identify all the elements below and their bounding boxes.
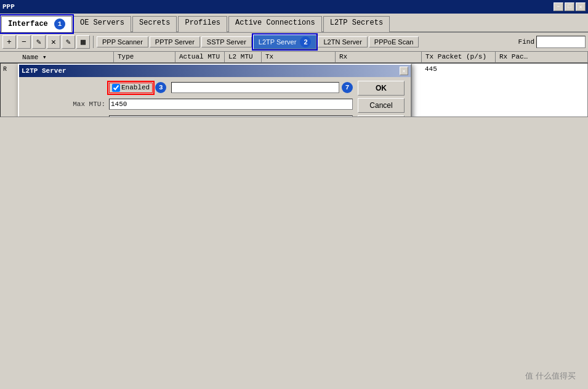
max-mtu-container [109,99,353,110]
col-l2-mtu[interactable]: L2 MTU [225,52,262,62]
window-controls: – □ ✕ [554,2,586,11]
max-mtu-input[interactable] [109,99,353,110]
cell-tx-packet: 445 [425,65,499,73]
comment-button[interactable]: ✎ [62,35,75,49]
badge-7: 7 [342,82,353,93]
find-label: Find [518,38,534,46]
ppp-scanner-button[interactable]: PPP Scanner [97,36,148,47]
badge-2: 2 [300,36,311,47]
title-bar: PPP – □ ✕ [0,0,588,14]
filter-button[interactable]: ▦ [76,35,90,49]
enabled-checkbox[interactable] [112,84,120,92]
badge-3: 3 [155,82,166,93]
sstp-server-button[interactable]: SSTP Server [201,36,252,47]
tab-l2tp-secrets[interactable]: L2TP Secrets [323,16,390,32]
close-item-button[interactable]: ✕ [47,35,60,49]
minimize-button[interactable]: – [554,2,563,11]
enabled-checkbox-label: Enabled [121,84,150,91]
max-mtu-row: Max MTU: [23,97,353,111]
remove-button[interactable]: − [17,35,31,49]
find-box: Find [518,36,586,48]
tab-active-connections[interactable]: Active Connections [228,16,322,32]
dialog-close-button[interactable]: ✕ [400,67,408,75]
dialog-title-bar: L2TP Server ✕ [19,65,411,77]
enabled-text-input[interactable] [171,82,339,93]
find-input[interactable] [536,36,586,48]
column-headers: Name ▾ Type Actual MTU L2 MTU Tx Rx Tx P… [0,52,588,63]
col-rx[interactable]: Rx [336,52,422,62]
row-numbers: R [1,63,19,117]
add-button[interactable]: + [2,35,16,49]
row-num-header [0,52,18,62]
edit-button[interactable]: ✎ [32,35,46,49]
row-indicator: R [2,65,17,74]
close-button[interactable]: ✕ [576,2,586,11]
cancel-button[interactable]: Cancel [358,98,405,113]
dialog-form: Enabled 3 7 Max MTU: Max MRU [23,81,353,117]
app-title: PPP [2,3,15,10]
watermark: 值 什么值得买 [525,371,576,382]
col-tx-packet[interactable]: Tx Packet (p/s) [422,52,496,62]
table-body: R 275.1 kbps 445 L2TP Server ✕ [0,63,588,117]
enabled-container: Enabled 3 7 [109,82,353,93]
pppoe-scan-button[interactable]: PPPoE Scan [369,36,419,47]
max-mru-row: Max MRU: [23,114,353,117]
enabled-checkbox-box: Enabled [109,83,153,93]
tab-interface[interactable]: Interface 1 [1,16,72,32]
tab-oe-servers[interactable]: OE Servers [73,16,131,32]
col-actual-mtu[interactable]: Actual MTU [175,52,225,62]
badge-1: 1 [54,18,65,30]
col-name[interactable]: Name ▾ [18,52,114,62]
maximize-button[interactable]: □ [565,2,574,11]
col-rx-packet[interactable]: Rx Pac… [496,52,588,62]
pptp-server-button[interactable]: PPTP Server [150,36,200,47]
apply-button[interactable]: Apply [358,115,405,117]
col-tx[interactable]: Tx [262,52,336,62]
tab-secrets[interactable]: Secrets [132,16,177,32]
l2tp-server-button[interactable]: L2TP Server 2 [253,35,317,49]
enabled-row: Enabled 3 7 [23,81,353,94]
col-type[interactable]: Type [114,52,175,62]
l2tp-server-dialog: L2TP Server ✕ Enabled 3 7 [18,63,412,117]
max-mtu-label: Max MTU: [23,100,109,108]
tab-profiles[interactable]: Profiles [178,16,227,32]
dialog-buttons: OK Cancel Apply [358,81,407,117]
ok-button[interactable]: OK [358,81,405,96]
dialog-title: L2TP Server [22,67,66,75]
tab-bar: Interface 1 OE Servers Secrets Profiles … [0,14,588,33]
separator-1 [93,36,94,48]
toolbar: + − ✎ ✕ ✎ ▦ PPP Scanner PPTP Server SSTP… [0,33,588,52]
dialog-content: Enabled 3 7 Max MTU: Max MRU [19,77,411,117]
l2tn-server-button[interactable]: L2TN Server [318,36,367,47]
max-mru-input[interactable] [109,115,353,117]
